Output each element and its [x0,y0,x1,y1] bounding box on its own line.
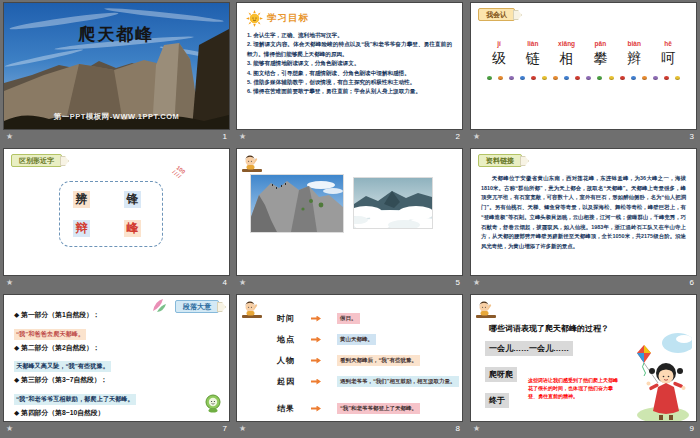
transition-star-icon: ★ [473,133,480,141]
slide-cell-5: ★ 5 [233,146,467,292]
row-value: 黄山天都峰。 [337,334,376,345]
part-summary: “我”和爸爸去爬天都峰。 [14,329,86,340]
question-title: 哪些词语表现了爬天都峰的过程？ [489,323,609,334]
key-phrase: 爬呀爬 [485,367,517,382]
slide-cell-9: 哪些词语表现了爬天都峰的过程？ 一会儿……一会儿…… 爬呀爬 终于 这些词语让我… [467,292,700,438]
objective-item: 2. 理解课文内容。体会天都峰险峻的特点以及“我”和老爷爷奋力攀登、勇往直前的毅… [247,40,452,59]
reference-paragraph: 天都峰位于安徽省黄山东南，西对莲花峰，东连钵盂峰，为36大峰之一，海拔1810米… [481,174,686,252]
arrow-icon [311,316,321,322]
slide-number: 7 [223,425,227,433]
boy-raising-hand-icon [241,153,264,174]
row-value: “我”和老爷爷都登上了天都峰。 [337,403,420,414]
key-phrase: 一会儿……一会儿…… [485,341,573,356]
candy-dots-divider [487,76,680,80]
pinyin: biàn [622,40,646,47]
kite [637,345,658,383]
slide-footer: ★ 4 [4,276,229,290]
slide-footer: ★ 7 [4,422,229,436]
slide-footer: ★ 3 [471,130,696,144]
slide-number: 4 [223,279,227,287]
character-tile: 锋 [124,191,141,208]
transition-star-icon: ★ [6,279,13,287]
slide-grid: 爬天都峰 第一PPT模板网-WWW.1PPT.COM ★ 1 [0,0,700,438]
objective-item: 4. 图文结合，引导想象，有感情朗读、分角色朗读中理解和感悟。 [247,69,452,78]
part-heading: ◆ 第四部分（第8~10自然段） [14,408,221,418]
arrow-icon [311,379,321,385]
slide-thumbnail-8[interactable]: 时间 假日。 地点 黄山天都峰。 人物 看到天都峰后，“我”有些犹豫。 起因 遇… [237,295,462,421]
character: 呵 [656,50,680,68]
teacher-note: 这些词语让我们感受到了他们爬上天都峰花了很长的时间，也体现了他们奋力攀登、勇往直… [528,377,621,400]
boy-raising-hand-icon [241,299,264,320]
pinyin: hē [656,40,680,47]
slide-number: 3 [690,133,694,141]
row-value: 遇到老爷爷，“我们”相互鼓励，相互汲取力量。 [337,376,459,387]
key-phrase: 终于 [485,393,509,408]
part-summary: 天都峰又高又陡，“我”有些犹豫。 [14,361,111,372]
row-label: 时间 [277,313,311,324]
character: 攀 [588,50,612,68]
story-element-row: 时间 假日。 [277,313,360,324]
mountain-photo [4,3,229,129]
slide-thumbnail-9[interactable]: 哪些词语表现了爬天都峰的过程？ 一会儿……一会儿…… 爬呀爬 终于 这些词语让我… [471,295,696,421]
objective-item: 3. 能够有感情地朗读课文，分角色朗读课文。 [247,59,452,68]
score-stamp: 100 //// [171,164,186,180]
section-tab: 段落大意 [175,300,219,313]
character-tile: 辩 [73,220,90,237]
slide-footer: ★ 1 [4,130,229,144]
slide-thumbnail-5[interactable] [237,149,462,275]
transition-star-icon: ★ [6,133,13,141]
transition-star-icon: ★ [473,425,480,433]
characters-row: 级 链 相 攀 辫 呵 [487,50,680,68]
slide-thumbnail-2[interactable]: 学习目标 1. 会认生字，正确、流利地书写汉字。 2. 理解课文内容。体会天都峰… [237,3,462,129]
slide-thumbnail-1[interactable]: 爬天都峰 第一PPT模板网-WWW.1PPT.COM [4,3,229,129]
objective-item: 6. 懂得在苦难面前要敢于攀登，勇往直前；学会从别人身上汲取力量。 [247,87,452,96]
slide-thumbnail-3[interactable]: 我会认 jí liàn xiāng pān biàn hē 级 链 相 攀 辫 … [471,3,696,129]
slide-cell-2: 学习目标 1. 会认生字，正确、流利地书写汉字。 2. 理解课文内容。体会天都峰… [233,0,467,146]
row-value: 看到天都峰后，“我”有些犹豫。 [337,355,420,366]
transition-star-icon: ★ [6,425,13,433]
pinyin-row: jí liàn xiāng pān biàn hē [487,40,680,47]
objective-item: 5. 借助多媒体辅助教学，创设情境，有自主探究的积极性和主动性。 [247,78,452,87]
transition-star-icon: ★ [473,279,480,287]
pinyin: pān [588,40,612,47]
character-tile: 峰 [124,220,141,237]
boy-raising-hand-icon [475,299,498,320]
row-label: 起因 [277,376,311,387]
part-heading: ◆ 第二部分（第2自然段）： [14,343,221,353]
section-title: 学习目标 [267,12,309,25]
leaf-icon [151,297,167,313]
photo-tiandu-cliff [251,175,343,232]
slide-footer: ★ 8 [237,422,462,436]
girl-with-kite-illustration [634,331,692,421]
section-tab: 我会认 [478,8,515,21]
outline-list: ◆ 第一部分（第1自然段）： “我”和爸爸去爬天都峰。 ◆ 第二部分（第2自然段… [14,310,221,421]
slide-number: 2 [456,133,460,141]
slide-thumbnail-4[interactable]: 区别形近字 辨 锋 辩 峰 100 //// [4,149,229,275]
slide-thumbnail-6[interactable]: 资料链接 天都峰位于安徽省黄山东南，西对莲花峰，东连钵盂峰，为36大峰之一，海拔… [471,149,696,275]
slide-number: 1 [223,133,227,141]
arrow-icon [311,337,321,343]
dashed-comparison-box: 辨 锋 辩 峰 100 //// [59,181,163,247]
transition-star-icon: ★ [239,425,246,433]
slide-cell-3: 我会认 jí liàn xiāng pān biàn hē 级 链 相 攀 辫 … [467,0,700,146]
transition-star-icon: ★ [239,279,246,287]
row-label: 地点 [277,334,311,345]
section-tab: 区别形近字 [11,154,62,167]
slide-number: 6 [690,279,694,287]
slide-footer: ★ 5 [237,276,462,290]
slide-number: 9 [690,425,694,433]
transition-star-icon: ★ [239,133,246,141]
objectives-list: 1. 会认生字，正确、流利地书写汉字。 2. 理解课文内容。体会天都峰险峻的特点… [247,31,452,97]
row-value: 假日。 [337,313,360,324]
arrow-icon [311,358,321,364]
slide-sorter-view: 爬天都峰 第一PPT模板网-WWW.1PPT.COM ★ 1 [0,0,700,438]
part-heading: ◆ 第三部分（第3~7自然段）： [14,375,221,385]
character: 级 [487,50,511,68]
story-element-row: 结果 “我”和老爷爷都登上了天都峰。 [277,403,420,414]
pinyin: liàn [521,40,545,47]
slide-thumbnail-7[interactable]: 段落大意 ◆ 第一部分（第1自然段）： “我”和爸爸去爬天都峰。 ◆ 第二部分（… [4,295,229,421]
arrow-icon [311,406,321,412]
slide-cell-7: 段落大意 ◆ 第一部分（第1自然段）： “我”和爸爸去爬天都峰。 ◆ 第二部分（… [0,292,233,438]
section-tab: 资料链接 [478,154,522,167]
story-element-row: 人物 看到天都峰后，“我”有些犹豫。 [277,355,420,366]
